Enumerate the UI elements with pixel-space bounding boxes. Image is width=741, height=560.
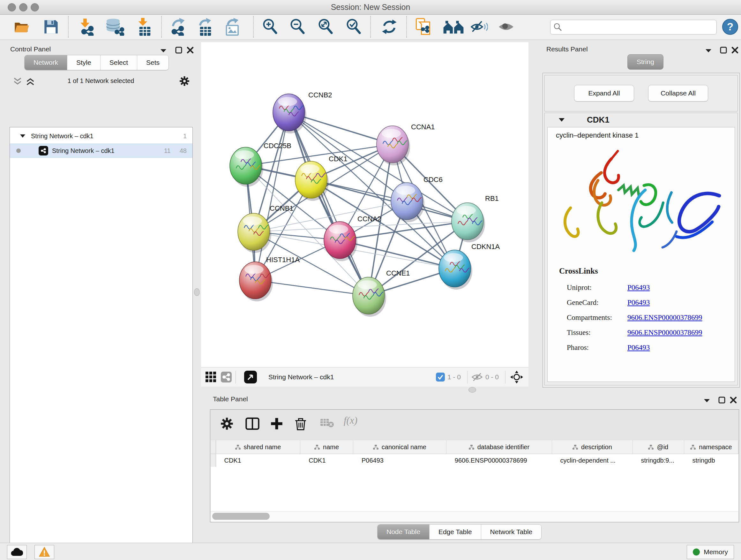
panel-close-icon[interactable] [730, 396, 737, 403]
left-splitter-handle[interactable] [194, 288, 200, 296]
network-share-icon[interactable] [221, 372, 232, 382]
network-node-HIST1H1A[interactable]: HIST1H1A [239, 256, 300, 301]
crosslink-link-pharos[interactable]: P06493 [627, 344, 650, 352]
collection-count: 1 [183, 132, 187, 140]
grid-view-icon[interactable] [205, 372, 216, 382]
apply-layout-button[interactable] [380, 17, 399, 37]
zoom-fit-button[interactable] [316, 17, 335, 37]
column-header-canonicalname[interactable]: canonical name [353, 440, 447, 454]
birdseye-view-icon[interactable] [244, 371, 257, 383]
hidden-eye-icon[interactable] [471, 372, 483, 382]
zoom-selected-button[interactable] [344, 17, 363, 37]
hscrollbar-thumb[interactable] [212, 513, 270, 520]
zoom-in-icon [262, 18, 278, 35]
network-node-CDC25B[interactable]: CDC25B [230, 142, 291, 187]
show-hide-panel-button[interactable] [496, 17, 516, 37]
column-header-sharedname[interactable]: shared name [216, 440, 300, 454]
import-network-button[interactable] [77, 17, 97, 37]
column-header-id[interactable]: @id [633, 440, 684, 454]
tree-expander-icon[interactable] [20, 134, 25, 138]
gear-icon[interactable] [179, 76, 190, 86]
crosslink-link-tissues[interactable]: 9606.ENSP00000378699 [627, 328, 702, 337]
zoom-out-icon [289, 18, 306, 35]
tab-network[interactable]: Network [24, 55, 67, 70]
add-column-icon[interactable] [270, 417, 283, 431]
show-columns-icon[interactable] [246, 417, 259, 431]
network-canvas[interactable]: CCNB2CCNA1CDC25BCDK1CDC6RB1CCNB1CCNA2CDK… [201, 42, 529, 367]
tab-node-table[interactable]: Node Table [378, 524, 429, 539]
collapse-all-button[interactable]: Collapse All [648, 85, 708, 102]
panel-float-icon[interactable] [720, 47, 727, 54]
delete-table-icon[interactable] [320, 417, 334, 429]
warnings-button[interactable] [35, 545, 54, 559]
tab-edge-table[interactable]: Edge Table [429, 524, 481, 539]
column-header-description[interactable]: description [552, 440, 633, 454]
delete-column-icon[interactable] [294, 417, 307, 432]
memory-button[interactable]: Memory [687, 545, 734, 559]
node-description: cyclin–dependent kinase 1 [556, 131, 638, 139]
network-results-splitter[interactable] [529, 42, 541, 386]
table-gear-icon[interactable] [220, 417, 233, 431]
network-row-selected[interactable]: String Network – cdk1 11 48 [10, 143, 192, 158]
table-row[interactable]: CDK1CDK1P064939606.ENSP00000378699cyclin… [211, 454, 738, 467]
crosslink-link-uniprot[interactable]: P06493 [627, 284, 650, 292]
save-session-button[interactable] [42, 17, 61, 37]
network-node-RB1[interactable]: RB1 [452, 194, 499, 242]
export-network-button[interactable] [169, 17, 188, 37]
import-network-icon [78, 18, 96, 36]
panel-menu-icon[interactable] [160, 49, 166, 53]
column-header-databaseidentifier[interactable]: database identifier [447, 440, 552, 454]
tab-network-table[interactable]: Network Table [481, 524, 542, 539]
node-label-CDC6: CDC6 [423, 176, 443, 184]
copy-network-button[interactable] [414, 17, 433, 37]
column-header-name[interactable]: name [300, 440, 353, 454]
import-network-from-database-button[interactable] [105, 17, 127, 37]
pan-crosshair-icon[interactable] [510, 370, 523, 384]
expand-all-button[interactable]: Expand All [574, 85, 634, 102]
crosslink-label: GeneCard: [567, 299, 627, 307]
hide-glass-labels-button[interactable] [470, 17, 489, 37]
panel-menu-icon[interactable] [705, 49, 712, 53]
node-label-RB1: RB1 [485, 194, 499, 202]
tab-style[interactable]: Style [67, 55, 100, 70]
copy-documents-icon [415, 18, 431, 36]
protein-structure-image [551, 142, 731, 265]
panel-menu-icon[interactable] [704, 398, 710, 403]
export-table-button[interactable] [196, 17, 215, 37]
export-image-button[interactable] [223, 17, 243, 37]
column-header-namespace[interactable]: namespace [684, 440, 738, 454]
network-node-CDC6[interactable]: CDC6 [391, 176, 443, 222]
panel-float-icon[interactable] [718, 396, 725, 403]
zoom-in-button[interactable] [260, 17, 280, 37]
string-home-button[interactable] [442, 17, 465, 37]
network-node-CDKN1A[interactable]: CDKN1A [439, 243, 500, 290]
crosslink-link-compartments[interactable]: 9606.ENSP00000378699 [627, 314, 702, 322]
panel-close-icon[interactable] [187, 47, 194, 54]
tab-string[interactable]: String [627, 54, 664, 70]
search-input[interactable] [564, 23, 713, 31]
network-view-toolbar: String Network – cdk1 1 - 0 0 - 0 [201, 367, 529, 387]
crosslink-row: Tissues:9606.ENSP00000378699 [567, 325, 733, 340]
node-label-CCNA2: CCNA2 [357, 215, 381, 223]
panel-float-icon[interactable] [175, 47, 182, 54]
cloud-button[interactable] [7, 545, 27, 559]
zoom-fit-icon [318, 18, 333, 35]
zoom-out-button[interactable] [288, 17, 307, 37]
network-node-CCNB2[interactable]: CCNB2 [273, 91, 332, 133]
section-expander-icon[interactable] [559, 118, 564, 122]
network-node-CCNB1[interactable]: CCNB1 [238, 204, 293, 253]
network-node-CCNA1[interactable]: CCNA1 [377, 123, 435, 165]
node-section-header[interactable]: CDK1 [545, 113, 738, 126]
help-button[interactable]: ? [721, 17, 740, 37]
table-panel-title: Table Panel [213, 395, 248, 403]
function-builder-icon[interactable]: f(x) [344, 415, 357, 426]
network-collection-row[interactable]: String Network – cdk1 1 [10, 129, 192, 143]
panel-close-icon[interactable] [731, 47, 738, 54]
import-table-button[interactable] [135, 17, 154, 37]
crosslink-link-genecard[interactable]: P06493 [627, 299, 650, 307]
open-session-button[interactable] [12, 17, 31, 37]
network-node-CCNE1[interactable]: CCNE1 [353, 269, 410, 317]
tab-sets[interactable]: Sets [137, 55, 169, 70]
tab-select[interactable]: Select [100, 55, 137, 70]
selected-checkbox-icon[interactable] [436, 373, 445, 381]
